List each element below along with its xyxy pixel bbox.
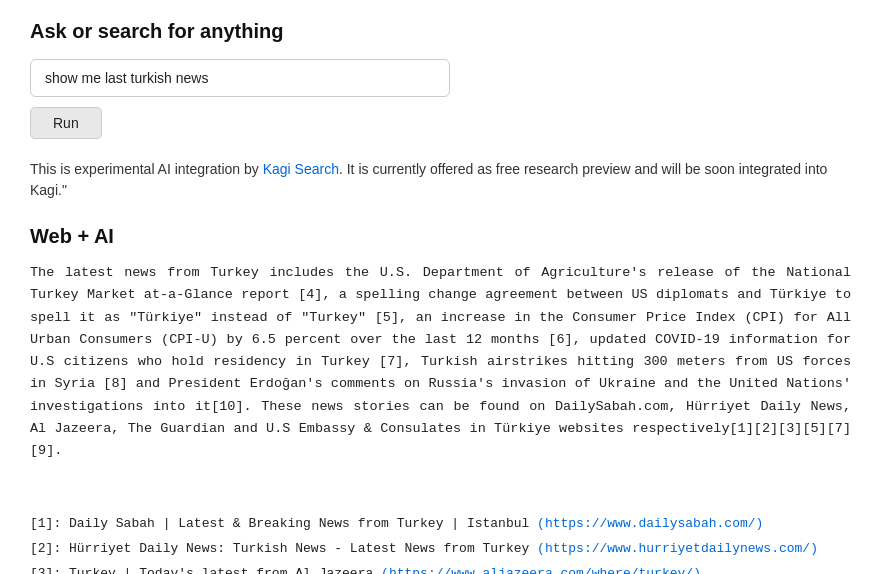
ref-number-3: [3]:	[30, 566, 69, 574]
section-title: Web + AI	[30, 225, 851, 248]
ref-link-1[interactable]: (https://www.dailysabah.com/)	[537, 516, 763, 531]
experimental-note: This is experimental AI integration by K…	[30, 159, 851, 201]
kagi-search-link[interactable]: Kagi Search	[263, 161, 339, 177]
page-title: Ask or search for anything	[30, 20, 851, 43]
ref-label-2: Hürriyet Daily News: Turkish News - Late…	[69, 541, 537, 556]
ref-link-3[interactable]: (https://www.aljazeera.com/where/turkey/…	[381, 566, 701, 574]
list-item: [3]: Turkey | Today's latest from Al Jaz…	[30, 562, 851, 574]
list-item: [1]: Daily Sabah | Latest & Breaking New…	[30, 512, 851, 537]
divider	[30, 492, 851, 512]
ref-number-1: [1]:	[30, 516, 69, 531]
note-prefix: This is experimental AI integration by	[30, 161, 263, 177]
search-input[interactable]	[30, 59, 450, 97]
references-section: [1]: Daily Sabah | Latest & Breaking New…	[30, 512, 851, 574]
ref-link-2[interactable]: (https://www.hurriyetdailynews.com/)	[537, 541, 818, 556]
list-item: [2]: Hürriyet Daily News: Turkish News -…	[30, 537, 851, 562]
ai-result-text: The latest news from Turkey includes the…	[30, 262, 851, 462]
ref-label-1: Daily Sabah | Latest & Breaking News fro…	[69, 516, 537, 531]
ref-label-3: Turkey | Today's latest from Al Jazeera	[69, 566, 381, 574]
run-button[interactable]: Run	[30, 107, 102, 139]
ref-number-2: [2]:	[30, 541, 69, 556]
